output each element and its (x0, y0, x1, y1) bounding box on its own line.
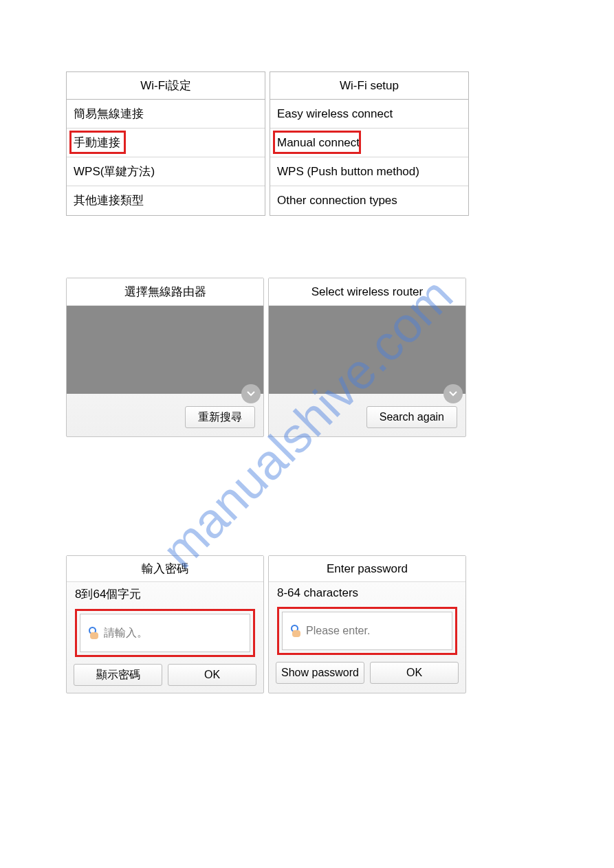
wifi-option-other[interactable]: 其他連接類型 (67, 186, 265, 215)
button-row: Show password OK (269, 662, 465, 684)
button-row: 顯示密碼 OK (67, 664, 263, 686)
select-router-panel-en: Select wireless router Search again (268, 278, 466, 437)
chevron-down-icon (246, 389, 256, 399)
wifi-setup-panel-zh: Wi-Fi設定 簡易無線連接 手動連接 WPS(單鍵方法) 其他連接類型 (66, 71, 265, 216)
panel-title: Wi-Fi setup (270, 72, 468, 100)
show-password-button[interactable]: 顯示密碼 (74, 664, 162, 686)
router-list[interactable] (269, 306, 465, 394)
select-router-panel-zh: 選擇無線路由器 重新搜尋 (66, 278, 264, 437)
wifi-option-easy[interactable]: Easy wireless connect (270, 100, 468, 129)
panel-title: Wi-Fi設定 (67, 72, 265, 100)
wifi-option-label: 手動連接 (74, 136, 120, 149)
button-row: Search again (269, 394, 465, 428)
password-input-highlight: 請輸入。 (75, 609, 255, 657)
password-placeholder: 請輸入。 (104, 626, 148, 641)
search-again-button[interactable]: Search again (366, 406, 457, 428)
char-range-label: 8到64個字元 (67, 582, 263, 605)
wifi-option-other[interactable]: Other connection types (270, 186, 468, 215)
chevron-down-icon (448, 389, 458, 399)
password-input[interactable]: Please enter. (282, 612, 452, 650)
scroll-down-button[interactable] (443, 384, 463, 403)
panel-title: Enter password (269, 556, 465, 582)
touch-icon (87, 627, 100, 639)
char-range-label: 8-64 characters (269, 582, 465, 603)
wifi-setup-pair: Wi-Fi設定 簡易無線連接 手動連接 WPS(單鍵方法) 其他連接類型 Wi-… (66, 71, 469, 216)
enter-password-pair: 輸入密碼 8到64個字元 請輸入。 顯示密碼 OK Enter password… (66, 555, 466, 693)
button-row: 重新搜尋 (67, 394, 263, 428)
wifi-option-manual[interactable]: 手動連接 (67, 129, 265, 157)
touch-icon (289, 625, 302, 637)
select-router-pair: 選擇無線路由器 重新搜尋 Select wireless router Sear… (66, 278, 466, 437)
password-input-highlight: Please enter. (277, 607, 457, 655)
scroll-down-button[interactable] (241, 384, 261, 403)
show-password-button[interactable]: Show password (276, 662, 364, 684)
search-again-button[interactable]: 重新搜尋 (185, 406, 255, 428)
router-list[interactable] (67, 306, 263, 394)
ok-button[interactable]: OK (168, 664, 256, 686)
panel-title: Select wireless router (269, 278, 465, 306)
enter-password-panel-en: Enter password 8-64 characters Please en… (268, 555, 466, 693)
wifi-option-wps[interactable]: WPS (Push button method) (270, 157, 468, 186)
wifi-option-easy[interactable]: 簡易無線連接 (67, 100, 265, 129)
panel-title: 選擇無線路由器 (67, 278, 263, 306)
password-input[interactable]: 請輸入。 (80, 614, 250, 652)
password-placeholder: Please enter. (306, 625, 370, 637)
ok-button[interactable]: OK (370, 662, 459, 684)
panel-title: 輸入密碼 (67, 556, 263, 582)
wifi-option-label: Manual connect (277, 136, 360, 149)
enter-password-panel-zh: 輸入密碼 8到64個字元 請輸入。 顯示密碼 OK (66, 555, 264, 693)
wifi-option-manual[interactable]: Manual connect (270, 129, 468, 157)
wifi-setup-panel-en: Wi-Fi setup Easy wireless connect Manual… (270, 71, 469, 216)
wifi-option-wps[interactable]: WPS(單鍵方法) (67, 157, 265, 186)
